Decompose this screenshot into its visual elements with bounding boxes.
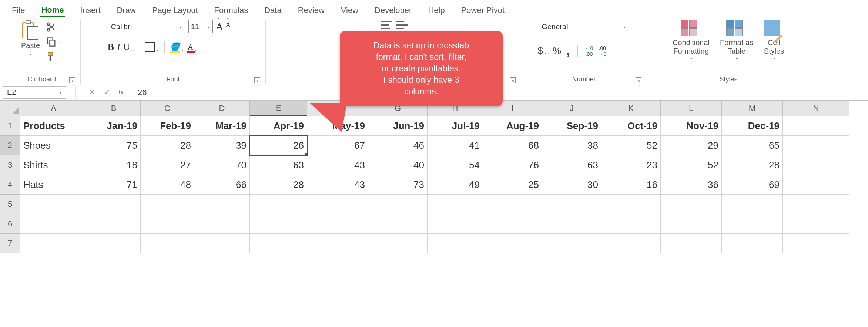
cell[interactable]: 54	[428, 155, 483, 175]
cell[interactable]	[20, 214, 87, 234]
spreadsheet-grid[interactable]: ABCDEFGHIJKLMN1ProductsJan-19Feb-19Mar-1…	[0, 101, 868, 253]
cell[interactable]: 63	[250, 155, 307, 175]
cell[interactable]: 16	[601, 175, 661, 195]
column-header[interactable]: B	[87, 101, 141, 116]
cell[interactable]: 48	[141, 175, 194, 195]
column-header[interactable]: L	[661, 101, 722, 116]
increase-font-button[interactable]: ˆA	[216, 21, 223, 33]
cell[interactable]	[368, 195, 428, 214]
conditional-formatting-button[interactable]: Conditional Formatting ⌄	[673, 20, 710, 61]
fill-color-button[interactable]: 🪣⌄	[170, 42, 184, 52]
cell[interactable]: 52	[601, 136, 661, 155]
cell[interactable]	[783, 214, 849, 234]
cell[interactable]	[87, 234, 141, 253]
font-name-select[interactable]: Calibri ⌄	[108, 20, 185, 33]
cell[interactable]: 23	[601, 155, 661, 175]
cell[interactable]: 26	[250, 136, 307, 155]
cell[interactable]	[307, 234, 368, 253]
font-color-button[interactable]: A⌄	[187, 42, 198, 52]
cell[interactable]	[428, 214, 483, 234]
row-header[interactable]: 7	[0, 234, 20, 253]
align-middle-button[interactable]	[396, 21, 408, 29]
dialog-launcher-font[interactable]	[254, 77, 260, 83]
cell[interactable]: 67	[307, 136, 368, 155]
cell[interactable]: 46	[368, 136, 428, 155]
cell[interactable]	[194, 195, 250, 214]
tab-formulas[interactable]: Formulas	[214, 4, 249, 17]
cell[interactable]: 36	[661, 175, 722, 195]
row-header[interactable]: 3	[0, 155, 20, 175]
cell[interactable]: 40	[368, 155, 428, 175]
cell[interactable]	[542, 195, 601, 214]
cell[interactable]: 30	[542, 175, 601, 195]
cell[interactable]	[428, 195, 483, 214]
cell[interactable]: 76	[483, 155, 542, 175]
cell[interactable]: Sep-19	[542, 116, 601, 136]
percent-format-button[interactable]: %	[553, 45, 561, 57]
cell[interactable]: 38	[542, 136, 601, 155]
cell[interactable]: 27	[141, 155, 194, 175]
cell[interactable]: Products	[20, 116, 87, 136]
cell[interactable]	[368, 234, 428, 253]
cell[interactable]: Oct-19	[601, 116, 661, 136]
cell[interactable]: Shoes	[20, 136, 87, 155]
cell[interactable]	[194, 214, 250, 234]
cell-styles-button[interactable]: Cell Styles ⌄	[764, 20, 784, 61]
cell[interactable]: 68	[483, 136, 542, 155]
chevron-down-icon[interactable]: ⌄	[29, 51, 33, 56]
cell[interactable]	[601, 195, 661, 214]
cell[interactable]: 28	[722, 155, 783, 175]
cell[interactable]	[483, 234, 542, 253]
paste-button[interactable]: Paste ⌄	[21, 20, 40, 56]
cell[interactable]: 28	[250, 175, 307, 195]
cell[interactable]	[141, 234, 194, 253]
insert-function-button[interactable]: fx	[118, 88, 124, 96]
row-header[interactable]: 5	[0, 195, 20, 214]
row-header[interactable]: 2	[0, 136, 20, 155]
decrease-decimal-button[interactable]: .00→0	[598, 45, 606, 57]
cell[interactable]	[601, 234, 661, 253]
cell[interactable]: 43	[307, 155, 368, 175]
row-header[interactable]: 6	[0, 214, 20, 234]
tab-insert[interactable]: Insert	[80, 4, 101, 17]
column-header[interactable]: M	[722, 101, 783, 116]
column-header[interactable]: E	[250, 101, 307, 116]
cell[interactable]: 69	[722, 175, 783, 195]
cell[interactable]	[368, 214, 428, 234]
cell[interactable]: 66	[194, 175, 250, 195]
cell[interactable]: 25	[483, 175, 542, 195]
cell[interactable]	[483, 214, 542, 234]
column-header[interactable]: A	[20, 101, 87, 116]
cell[interactable]	[141, 214, 194, 234]
cell[interactable]: 71	[87, 175, 141, 195]
row-header[interactable]: 4	[0, 175, 20, 195]
cancel-formula-button[interactable]: ✕	[89, 88, 95, 97]
cell[interactable]	[661, 214, 722, 234]
cell[interactable]	[20, 234, 87, 253]
cell[interactable]	[661, 195, 722, 214]
italic-button[interactable]: I	[117, 41, 120, 53]
cell[interactable]: Nov-19	[661, 116, 722, 136]
cell[interactable]: 49	[428, 175, 483, 195]
dialog-launcher-alignment[interactable]	[510, 77, 516, 83]
format-as-table-button[interactable]: Format as Table ⌄	[720, 20, 753, 61]
cell[interactable]	[87, 195, 141, 214]
copy-button[interactable]	[45, 36, 58, 48]
cell[interactable]: 43	[307, 175, 368, 195]
chevron-down-icon[interactable]: ⌄	[58, 39, 62, 44]
increase-decimal-button[interactable]: ←0.00	[585, 45, 593, 57]
cell[interactable]: 29	[661, 136, 722, 155]
cell[interactable]: Hats	[20, 175, 87, 195]
cell[interactable]: Aug-19	[483, 116, 542, 136]
cell[interactable]: 65	[722, 136, 783, 155]
tab-help[interactable]: Help	[427, 4, 445, 17]
cell[interactable]: 28	[141, 136, 194, 155]
cell[interactable]	[194, 234, 250, 253]
tab-power-pivot[interactable]: Power Pivot	[460, 4, 505, 17]
dialog-launcher-clipboard[interactable]	[69, 77, 75, 83]
cell[interactable]	[783, 175, 849, 195]
tab-data[interactable]: Data	[264, 4, 282, 17]
row-header[interactable]: 1	[0, 116, 20, 136]
cell[interactable]	[542, 234, 601, 253]
number-format-select[interactable]: General ⌄	[538, 20, 630, 33]
